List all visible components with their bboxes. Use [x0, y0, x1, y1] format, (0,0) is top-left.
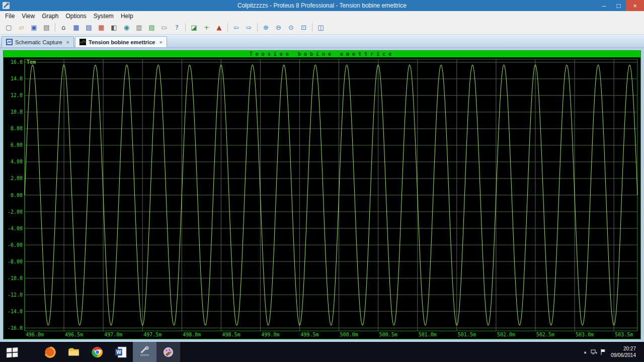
design-explorer-icon: ◉ — [124, 24, 129, 31]
analysis-graph-button[interactable]: ◫ — [315, 22, 327, 33]
menu-system[interactable]: System — [90, 12, 117, 20]
zoom-extents-button[interactable]: ⊙ — [285, 22, 297, 33]
svg-text:498.5m: 498.5m — [222, 332, 240, 337]
menu-help[interactable]: Help — [117, 12, 137, 20]
svg-text:500.0m: 500.0m — [340, 332, 358, 337]
tab-label: Schematic Capture — [15, 39, 62, 45]
graph-icon — [79, 39, 86, 45]
save-project-icon: ▣ — [31, 24, 37, 31]
simulate-graph-button[interactable]: ▲ — [213, 22, 225, 33]
forward-icon: ⇨ — [246, 24, 252, 31]
new-sheet-button[interactable]: ▥ — [133, 22, 145, 33]
taskbar-file-explorer-button[interactable] — [62, 342, 86, 362]
tab-close-button[interactable]: × — [159, 39, 162, 45]
svg-text:497.5m: 497.5m — [143, 332, 162, 337]
taskbar-clock[interactable]: 20:27 09/06/2014 — [611, 345, 636, 359]
svg-text:6.00: 6.00 — [11, 142, 23, 148]
measure-button[interactable]: ▭ — [158, 22, 170, 33]
measure-icon: ▭ — [161, 24, 167, 31]
close-button[interactable]: × — [626, 0, 644, 11]
svg-text:10.0: 10.0 — [11, 109, 23, 115]
window-controls: – □ × — [597, 0, 644, 11]
menu-options[interactable]: Options — [62, 12, 90, 20]
help-button[interactable]: ? — [171, 22, 183, 33]
design-explorer-button[interactable]: ◉ — [121, 22, 132, 33]
import-project-button[interactable]: ▤ — [41, 22, 52, 33]
toolbar-separator — [185, 23, 186, 32]
svg-text:-12.0: -12.0 — [8, 292, 23, 298]
bill-of-materials-button[interactable]: ▤ — [83, 22, 95, 33]
design-notes-button[interactable]: ▤ — [146, 22, 157, 33]
zoom-in-button[interactable]: ⊕ — [260, 22, 272, 33]
3d-visualizer-button[interactable]: ◧ — [108, 22, 120, 33]
help-icon: ? — [175, 24, 179, 31]
schematic-capture-button[interactable]: ▦ — [70, 22, 82, 33]
forward-button[interactable]: ⇨ — [243, 22, 255, 33]
menu-bar: FileViewGraphOptionsSystemHelp — [0, 11, 644, 21]
tab-tension-bobine-emettrice[interactable]: Tension bobine emettrice× — [75, 36, 167, 47]
zoom-area-button[interactable]: ⊡ — [298, 22, 309, 33]
new-project-button[interactable]: ▢ — [3, 22, 15, 33]
toolbar: ▢▱▣▤⌂▦▤▦◧◉▥▤▭?◪+▲⇦⇨⊕⊖⊙⊡◫ — [0, 21, 644, 35]
menu-file[interactable]: File — [2, 12, 18, 20]
menu-graph[interactable]: Graph — [38, 12, 62, 20]
schematic-capture-icon: ▦ — [73, 24, 79, 31]
clock-date: 09/06/2014 — [611, 352, 636, 359]
svg-text:497.0m: 497.0m — [104, 332, 122, 337]
taskbar-apps: W — [0, 342, 180, 362]
network-icon[interactable] — [590, 348, 599, 355]
browser-icon — [44, 346, 56, 358]
svg-text:W: W — [116, 349, 121, 355]
action-center-flag-icon[interactable] — [599, 348, 608, 355]
taskbar-image-editor-button[interactable] — [156, 342, 180, 362]
tray-icons: ▴ — [581, 348, 608, 355]
svg-text:502.0m: 502.0m — [497, 332, 515, 337]
svg-text:4.00: 4.00 — [11, 159, 23, 164]
waveform-plot[interactable]: 16.014.012.010.08.006.004.002.000.00-2.0… — [4, 57, 640, 339]
design-notes-icon: ▤ — [148, 24, 154, 31]
word-icon: W — [115, 346, 127, 358]
taskbar-browser-button[interactable] — [38, 342, 62, 362]
toolbar-separator — [227, 23, 228, 32]
svg-text:499.0m: 499.0m — [261, 332, 279, 337]
svg-text:496.0m: 496.0m — [26, 332, 44, 337]
svg-text:-2.00: -2.00 — [8, 209, 23, 215]
tab-schematic-capture[interactable]: Schematic Capture× — [2, 36, 74, 47]
back-button[interactable]: ⇦ — [230, 22, 242, 33]
3d-visualizer-icon: ◧ — [111, 24, 117, 31]
taskbar-chrome-button[interactable] — [86, 342, 109, 362]
menu-view[interactable]: View — [18, 12, 38, 20]
toolbar-separator — [257, 23, 258, 32]
add-trace-button[interactable]: + — [201, 22, 212, 33]
taskbar-word-button[interactable]: W — [109, 342, 133, 362]
hidden-icons-chevron[interactable]: ▴ — [581, 349, 590, 354]
svg-text:502.5m: 502.5m — [536, 332, 554, 337]
restore-button[interactable]: □ — [611, 0, 626, 11]
open-project-button[interactable]: ▱ — [16, 22, 27, 33]
svg-text:-6.00: -6.00 — [8, 242, 23, 248]
import-project-icon: ▤ — [43, 24, 49, 31]
zoom-in-icon: ⊕ — [263, 24, 269, 31]
pcb-layout-icon: ▦ — [98, 24, 104, 31]
zoom-out-button[interactable]: ⊖ — [273, 22, 284, 33]
graph-window: Tension bobine emettrice 16.014.012.010.… — [3, 50, 641, 339]
new-sheet-icon: ▥ — [136, 24, 142, 31]
save-project-button[interactable]: ▣ — [28, 22, 40, 33]
svg-text:-14.0: -14.0 — [8, 309, 23, 314]
svg-text:16.0: 16.0 — [11, 59, 23, 65]
tab-close-button[interactable]: × — [66, 39, 69, 45]
toolbar-separator — [312, 23, 312, 32]
home-page-icon: ⌂ — [61, 24, 65, 31]
svg-text:503.0m: 503.0m — [576, 332, 594, 337]
edit-graph-button[interactable]: ◪ — [188, 22, 200, 33]
home-page-button[interactable]: ⌂ — [58, 22, 69, 33]
workspace: Tension bobine emettrice 16.014.012.010.… — [0, 48, 644, 342]
bill-of-materials-icon: ▤ — [86, 24, 92, 31]
title-bar: Colpitzzzzs - Proteus 8 Professional - T… — [0, 0, 644, 11]
pcb-layout-button[interactable]: ▦ — [96, 22, 107, 33]
taskbar-start-button[interactable] — [0, 342, 24, 362]
taskbar-proteus-button[interactable] — [133, 342, 156, 362]
back-icon: ⇦ — [233, 24, 239, 31]
svg-text:498.0m: 498.0m — [183, 332, 201, 337]
minimize-button[interactable]: – — [597, 0, 611, 11]
